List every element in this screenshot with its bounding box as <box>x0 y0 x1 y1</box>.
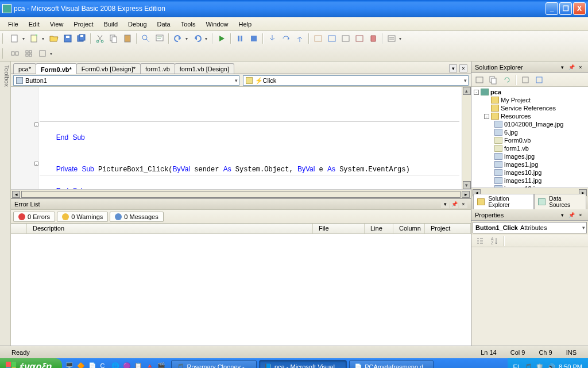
taskbar-task-2[interactable]: 📘pca - Microsoft Visual ... <box>259 360 347 368</box>
tray-lang[interactable]: EL <box>513 363 521 368</box>
save-all-button[interactable] <box>75 32 88 45</box>
solution-tree[interactable]: -pcaMy ProjectService References-Resourc… <box>471 87 588 187</box>
tray-icon-1[interactable]: 🎵 <box>524 363 532 369</box>
tree-node[interactable]: images11.jpg <box>471 177 588 185</box>
step-out-button[interactable] <box>293 32 306 45</box>
props-pin-button[interactable]: 📌 <box>567 211 575 219</box>
layout-button-2[interactable] <box>22 47 35 60</box>
tray-clock[interactable]: 8:50 PM <box>559 363 582 368</box>
ql-icon-9[interactable]: 🎬 <box>157 362 167 368</box>
menu-debug[interactable]: Debug <box>123 19 151 29</box>
solexp-dropdown-button[interactable]: ▾ <box>558 63 566 71</box>
solexp-show-all-button[interactable] <box>487 74 500 86</box>
undo-button[interactable] <box>172 32 184 45</box>
solexp-pin-button[interactable]: 📌 <box>567 63 575 71</box>
ql-icon-1[interactable]: 🖥️ <box>65 362 75 368</box>
toolbox-panel-collapsed[interactable]: Toolbox <box>0 62 11 346</box>
object-browser-button[interactable] <box>353 32 366 45</box>
error-list-button[interactable] <box>385 32 398 45</box>
taskbar-task-3[interactable]: 📄PCAmetafrasmeno.d... <box>349 360 434 368</box>
tab-close-button[interactable]: × <box>459 64 467 72</box>
error-list-body[interactable] <box>11 234 471 346</box>
taskbar-task-1[interactable]: 🎵Rosemary Clooney - ... <box>171 360 256 368</box>
menu-edit[interactable]: Edit <box>24 19 44 29</box>
ql-icon-8[interactable]: 🔺 <box>146 362 155 368</box>
doc-tab-form0-vb[interactable]: Form0.vb* <box>36 63 77 74</box>
horizontal-scrollbar[interactable]: ◂▸ <box>11 189 471 198</box>
props-categorized-button[interactable] <box>474 235 486 247</box>
properties-grid[interactable] <box>471 247 588 346</box>
solution-explorer-tab[interactable]: Solution Explorer <box>473 194 534 209</box>
menu-window[interactable]: Window <box>201 19 233 29</box>
ql-icon-4[interactable]: C <box>100 362 109 368</box>
layout-button-3[interactable] <box>36 47 49 60</box>
menu-data[interactable]: Data <box>153 19 175 29</box>
warnings-tab[interactable]: 0 Warnings <box>57 212 108 222</box>
code-editor[interactable]: - - - - - End Sub Private Sub PictureBox… <box>11 87 471 189</box>
error-list-pin-button[interactable]: 📌 <box>450 200 458 208</box>
comment-button[interactable] <box>153 32 166 45</box>
solexp-view-code-button[interactable] <box>519 74 532 86</box>
tree-node[interactable]: 6.jpg <box>471 128 588 136</box>
find-button[interactable] <box>140 32 152 45</box>
ql-icon-5[interactable]: 🌐 <box>111 362 121 368</box>
maximize-button[interactable]: ❐ <box>559 2 572 15</box>
copy-button[interactable] <box>107 32 120 45</box>
toolbox-window-button[interactable] <box>367 32 380 45</box>
tab-overflow-button[interactable]: ▾ <box>449 64 457 72</box>
layout-button-1[interactable] <box>9 47 21 60</box>
doc-tab-pca[interactable]: pca* <box>13 63 36 74</box>
tray-icon-3[interactable]: 🔊 <box>547 363 555 369</box>
paste-button[interactable] <box>121 32 134 45</box>
tree-node[interactable]: form1.vb <box>471 144 588 152</box>
menu-tools[interactable]: Tools <box>176 19 200 29</box>
error-list-dropdown-button[interactable]: ▾ <box>441 200 449 208</box>
tree-node[interactable]: Service References <box>471 104 588 112</box>
solexp-close-button[interactable]: × <box>577 63 585 71</box>
errors-tab[interactable]: 0 Errors <box>13 212 55 222</box>
props-dropdown-button[interactable]: ▾ <box>558 211 566 219</box>
step-into-button[interactable] <box>266 32 278 45</box>
tree-project-root[interactable]: -pca <box>471 88 588 96</box>
menu-view[interactable]: View <box>45 19 68 29</box>
new-project-button[interactable] <box>9 32 21 45</box>
menu-project[interactable]: Project <box>69 19 98 29</box>
method-dropdown[interactable]: ⚡ Click <box>243 75 469 86</box>
data-sources-tab[interactable]: Data Sources <box>534 194 586 209</box>
messages-tab[interactable]: 0 Messages <box>110 212 163 222</box>
cut-button[interactable] <box>94 32 106 45</box>
tray-icon-2[interactable]: 🛡️ <box>536 363 544 369</box>
step-over-button[interactable] <box>280 32 292 45</box>
minimize-button[interactable]: _ <box>546 2 558 15</box>
stop-button[interactable] <box>247 32 260 45</box>
open-button[interactable] <box>48 32 60 45</box>
vertical-scrollbar[interactable]: ▴▾ <box>462 87 471 189</box>
menu-help[interactable]: Help <box>234 19 257 29</box>
start-button[interactable]: έναρξη <box>0 358 62 368</box>
solexp-view-designer-button[interactable] <box>533 74 546 86</box>
solexp-refresh-button[interactable] <box>501 74 513 86</box>
redo-button[interactable] <box>191 32 204 45</box>
tree-node[interactable]: Form0.vb <box>471 136 588 144</box>
props-close-button[interactable]: × <box>577 211 585 219</box>
close-button[interactable]: X <box>573 2 586 15</box>
add-item-button[interactable] <box>28 32 41 45</box>
tree-node[interactable]: images10.jpg <box>471 168 588 177</box>
doc-tab-form1-design[interactable]: form1.vb [Design] <box>175 63 234 74</box>
break-button[interactable] <box>234 32 246 45</box>
ql-icon-2[interactable]: 🔶 <box>77 362 86 368</box>
tree-node[interactable]: -Resources <box>471 112 588 120</box>
doc-tab-form1-vb[interactable]: form1.vb <box>140 63 175 74</box>
object-dropdown[interactable]: Button1 <box>13 75 239 86</box>
properties-window-button[interactable] <box>339 32 352 45</box>
error-list-close-button[interactable]: × <box>459 200 467 208</box>
solution-explorer-button[interactable] <box>326 32 338 45</box>
tree-node[interactable]: images.jpg <box>471 152 588 160</box>
properties-object-selector[interactable]: Button1_Click Attributes <box>473 222 587 233</box>
doc-tab-form0-design[interactable]: Form0.vb [Design]* <box>76 63 141 74</box>
immediate-window-button[interactable] <box>312 32 324 45</box>
props-alphabetical-button[interactable]: AZ <box>488 235 501 247</box>
save-button[interactable] <box>61 32 74 45</box>
run-button[interactable] <box>215 32 228 45</box>
tree-node[interactable]: 01042008_Image.jpg <box>471 120 588 128</box>
